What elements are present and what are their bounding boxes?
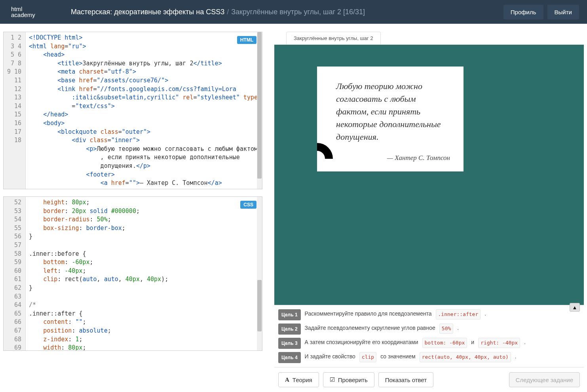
preview-tabs: Закруглённые внутрь углы, шаг 2 [274, 32, 584, 45]
css-badge: CSS [240, 201, 256, 209]
css-editor[interactable]: CSS 52 53 54 55 56 57 58 59 60 61 62 63 … [3, 196, 262, 351]
goal-3: Цель 3 А затем спозиционируйте его коорд… [277, 336, 581, 350]
breadcrumb: Мастерская: декоративные эффекты на CSS3… [71, 8, 365, 16]
logout-button[interactable]: Выйти [547, 5, 579, 19]
bottom-toolbar: A Теория ☑ Проверить Показать ответ След… [274, 367, 584, 392]
html-gutter: 1 2 3 4 5 6 7 8 9 10 11 12 13 14 15 16 1… [4, 32, 26, 189]
goal-2: Цель 2 Задайте псевдоэлементу скругление… [277, 322, 581, 336]
css-code[interactable]: height: 80px; border: 20px solid #000000… [26, 197, 262, 350]
goals-collapse-button[interactable]: ▲ [570, 303, 580, 312]
goal-1: Цель 1 Раскомментируйте правило для псев… [277, 308, 581, 322]
quote-author: — Хантер С. Томпсон [336, 154, 450, 162]
breadcrumb-course[interactable]: Мастерская: декоративные эффекты на CSS3 [71, 8, 224, 16]
corner-decoration [310, 152, 337, 179]
html-badge: HTML [237, 36, 256, 44]
html-scrollbar[interactable] [257, 32, 262, 189]
profile-button[interactable]: Профиль [503, 5, 543, 19]
logo[interactable]: html academy [8, 6, 35, 18]
html-editor[interactable]: HTML 1 2 3 4 5 6 7 8 9 10 11 12 13 14 15… [3, 32, 262, 189]
theory-button[interactable]: A Теория [278, 372, 319, 387]
show-answer-button[interactable]: Показать ответ [378, 372, 433, 387]
goal-4: Цель 4 И задайте свойство clip со значен… [277, 350, 581, 365]
check-icon: ☑ [330, 376, 335, 383]
goal-badge: Цель 4 [278, 352, 301, 363]
preview-tab[interactable]: Закруглённые внутрь углы, шаг 2 [286, 32, 381, 44]
goals-panel: ▲ Цель 1 Раскомментируйте правило для пс… [274, 305, 584, 367]
quote-text: Любую теорию можно согласовать с любым ф… [336, 80, 450, 143]
html-code[interactable]: <!DOCTYPE html> <html lang="ru"> <head> … [26, 32, 262, 189]
breadcrumb-task[interactable]: Закруглённые внутрь углы, шаг 2 [16/31] [231, 8, 365, 16]
css-scrollbar[interactable] [257, 197, 262, 350]
css-gutter: 52 53 54 55 56 57 58 59 60 61 62 63 64 6… [4, 197, 26, 350]
next-task-button[interactable]: Следующее задание [509, 372, 580, 387]
goal-badge: Цель 3 [278, 338, 301, 349]
check-button[interactable]: ☑ Проверить [323, 372, 374, 387]
quote-card: Любую теорию можно согласовать с любым ф… [317, 67, 464, 171]
goal-badge: Цель 1 [278, 309, 301, 320]
goal-badge: Цель 2 [278, 323, 301, 335]
font-icon: A [285, 377, 289, 383]
chevron-up-icon: ▲ [572, 304, 578, 310]
app-header: html academy Мастерская: декоративные эф… [0, 0, 587, 24]
preview-stage: Любую теорию можно согласовать с любым ф… [274, 45, 584, 305]
logo-text: html academy [11, 6, 35, 18]
